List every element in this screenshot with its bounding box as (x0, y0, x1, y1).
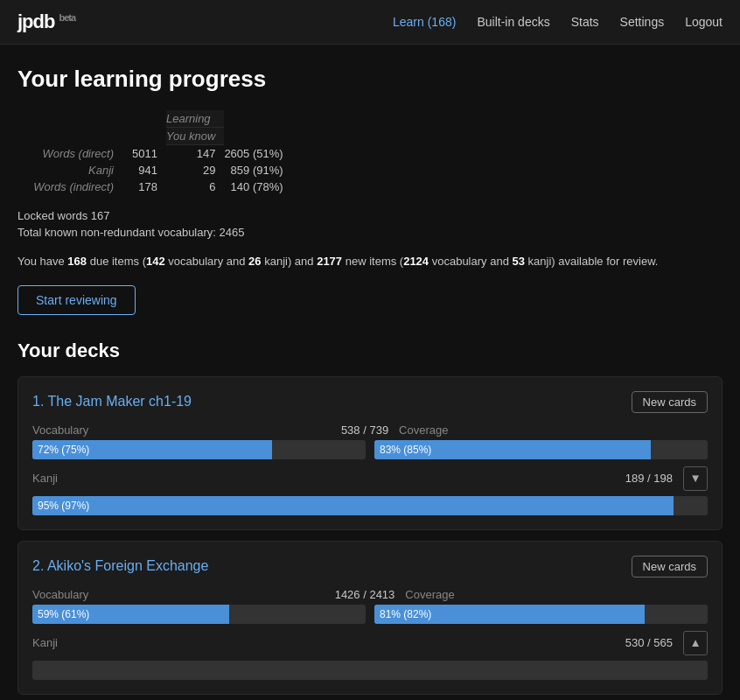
progress-table: Learning You know Words (direct) 5011 14… (17, 110, 723, 195)
coverage-bar-label: 83% (85%) (380, 444, 431, 456)
coverage-bar-fill: 83% (85%) (374, 440, 651, 459)
page-title: Your learning progress (17, 66, 723, 93)
vocab-section: Vocabulary 538 / 739 Coverage 72% (75%) … (32, 424, 708, 459)
header: jpdbbeta Learn (168) Built-in decks Stat… (0, 0, 740, 45)
kanji-section: Kanji 530 / 565 ▲ (32, 631, 708, 655)
deck-header: 1. The Jam Maker ch1-19 New cards (32, 391, 708, 413)
kanji-bar-label: 95% (97%) (38, 500, 89, 512)
nav-settings[interactable]: Settings (620, 15, 665, 29)
vocab-bar-label: 72% (75%) (38, 444, 89, 456)
col-you-know: You know (166, 128, 224, 145)
vocab-bar-fill: 72% (75%) (32, 440, 272, 459)
coverage-bar: 81% (82%) (374, 605, 708, 624)
table-row: Words (indirect) 178 6 140 (78%) (17, 178, 292, 195)
vocab-label: Vocabulary (32, 588, 102, 601)
vocab-bar: 72% (75%) (32, 440, 366, 459)
collapse-button[interactable]: ▲ (683, 631, 708, 655)
coverage-bar-fill: 81% (82%) (374, 605, 645, 624)
vocab-label: Vocabulary (32, 424, 102, 437)
new-cards-button[interactable]: New cards (632, 556, 708, 578)
main-nav: Learn (168) Built-in decks Stats Setting… (393, 15, 723, 29)
decks-list: 1. The Jam Maker ch1-19 New cards Vocabu… (17, 376, 723, 695)
table-row: Kanji 941 29 859 (91%) (17, 162, 292, 178)
vocab-count: 538 / 739 (341, 424, 388, 437)
coverage-label: Coverage (399, 424, 469, 437)
nav-stats[interactable]: Stats (571, 15, 599, 29)
nav-builtin-decks[interactable]: Built-in decks (477, 15, 549, 29)
vocab-bars: 59% (61%) 81% (82%) (32, 605, 708, 624)
kanji-bar (32, 661, 708, 680)
kanji-section: Kanji 189 / 198 ▼ (32, 466, 708, 491)
kanji-count: 189 / 198 (625, 472, 673, 485)
total-vocab: Total known non-redundant vocabulary: 24… (17, 226, 723, 239)
locked-words: Locked words 167 (17, 209, 723, 222)
decks-title: Your decks (17, 340, 723, 362)
vocab-bar-fill: 59% (61%) (32, 605, 229, 624)
deck-card: 1. The Jam Maker ch1-19 New cards Vocabu… (17, 376, 723, 530)
new-cards-button[interactable]: New cards (632, 391, 708, 413)
start-reviewing-button[interactable]: Start reviewing (17, 285, 136, 315)
main-content: Your learning progress Learning You know… (0, 45, 740, 700)
vocab-bar: 59% (61%) (32, 605, 366, 624)
nav-learn[interactable]: Learn (168) (393, 15, 456, 29)
col-learning: Learning (166, 110, 224, 128)
vocab-count: 1426 / 2413 (335, 588, 395, 601)
deck-name: 1. The Jam Maker ch1-19 (32, 394, 192, 410)
collapse-button[interactable]: ▼ (683, 466, 708, 491)
deck-header: 2. Akiko's Foreign Exchange New cards (32, 556, 708, 578)
kanji-bar: 95% (97%) (32, 496, 708, 515)
kanji-count: 530 / 565 (625, 636, 673, 649)
kanji-label: Kanji (32, 636, 102, 649)
kanji-label: Kanji (32, 472, 102, 485)
deck-card: 2. Akiko's Foreign Exchange New cards Vo… (17, 541, 723, 695)
coverage-bar: 83% (85%) (374, 440, 708, 459)
deck-name: 2. Akiko's Foreign Exchange (32, 558, 208, 574)
table-row: Words (direct) 5011 147 2605 (51%) (17, 145, 292, 162)
nav-logout[interactable]: Logout (685, 15, 723, 29)
coverage-bar-label: 81% (82%) (380, 608, 431, 620)
vocab-bars: 72% (75%) 83% (85%) (32, 440, 708, 459)
coverage-label: Coverage (405, 588, 475, 601)
kanji-bar-fill: 95% (97%) (32, 496, 674, 515)
vocab-section: Vocabulary 1426 / 2413 Coverage 59% (61%… (32, 588, 708, 624)
vocab-bar-label: 59% (61%) (38, 608, 89, 620)
site-logo: jpdbbeta (17, 10, 75, 33)
due-text: You have 168 due items (142 vocabulary a… (17, 253, 723, 271)
